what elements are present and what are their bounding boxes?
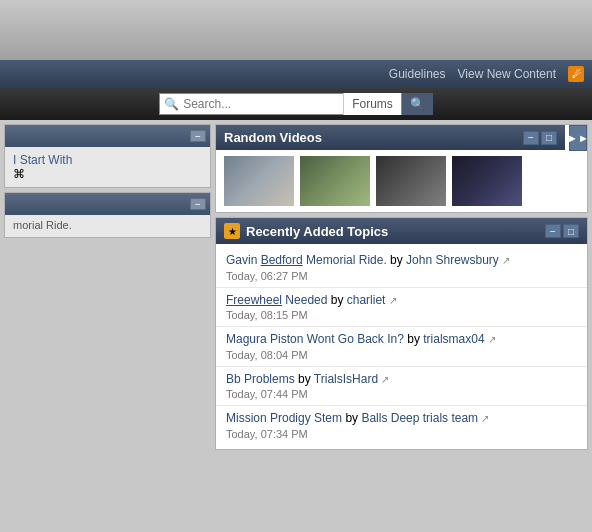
sidebar-block-1-header: − [5, 125, 210, 147]
video-thumb-3[interactable] [376, 156, 446, 206]
recent-topics-controls: − □ [545, 224, 579, 238]
topic-4-external-icon: ↗ [381, 374, 389, 385]
sidebar-content-link-1[interactable]: I Start With [13, 153, 72, 167]
topic-4-by: by [298, 372, 314, 386]
recent-topics-title-wrap: ★ Recently Added Topics [224, 223, 388, 239]
right-content: Random Videos − □ ►► [215, 120, 592, 532]
topics-list: Gavin Bedford Memorial Ride. by John Shr… [216, 244, 587, 449]
topic-5-text: Mission Prodigy Stem [226, 411, 342, 425]
search-bar: 🔍 Forums 🔍 [0, 88, 592, 120]
recent-topics-minimize-btn[interactable]: − [545, 224, 561, 238]
view-new-content-link[interactable]: View New Content [458, 67, 557, 81]
topic-3-meta: Today, 08:04 PM [226, 349, 577, 361]
search-category[interactable]: Forums [344, 93, 401, 115]
videos-next-btn[interactable]: ►► [569, 125, 587, 151]
topic-5-by: by [345, 411, 361, 425]
topic-3-by: by [407, 332, 423, 346]
topic-3-external-icon: ↗ [488, 334, 496, 345]
topic-2-prefix: Freewheel [226, 293, 282, 307]
video-thumb-1[interactable] [224, 156, 294, 206]
random-videos-header: Random Videos − □ [216, 125, 565, 150]
random-videos-controls: − □ [523, 131, 557, 145]
guidelines-link[interactable]: Guidelines [389, 67, 446, 81]
videos-inner [216, 150, 565, 212]
recent-topics-icon: ★ [224, 223, 240, 239]
random-videos-block: Random Videos − □ ►► [215, 124, 588, 213]
recent-topics-collapse-btn[interactable]: □ [563, 224, 579, 238]
sidebar-block-1-content: I Start With ⌘ [5, 147, 210, 187]
sidebar-block-2-header: − [5, 193, 210, 215]
search-wrapper: 🔍 Forums [159, 93, 402, 115]
topic-item-4: Bb Problems by TrialsIsHard ↗ Today, 07:… [216, 367, 587, 407]
topic-item-2: Freewheel Needed by charliet ↗ Today, 08… [216, 288, 587, 328]
topic-1-highlight: Bedford [261, 253, 303, 267]
random-videos-title: Random Videos [224, 130, 322, 145]
main-layout: − I Start With ⌘ − morial Ride. Rando [0, 120, 592, 532]
video-thumb-4[interactable] [452, 156, 522, 206]
topic-2-meta: Today, 08:15 PM [226, 309, 577, 321]
top-bar [0, 0, 592, 60]
topic-link-4[interactable]: Bb Problems [226, 372, 298, 386]
topic-4-author[interactable]: TrialsIsHard [314, 372, 378, 386]
topic-link-3[interactable]: Magura Piston Wont Go Back In? [226, 332, 407, 346]
random-videos-minimize-btn[interactable]: − [523, 131, 539, 145]
nav-bar: Guidelines View New Content ☄ [0, 60, 592, 88]
topic-2-external-icon: ↗ [389, 295, 397, 306]
topic-3-author[interactable]: trialsmax04 [423, 332, 484, 346]
search-button[interactable]: 🔍 [402, 93, 433, 115]
topic-1-suffix: Memorial Ride. [303, 253, 387, 267]
rss-icon[interactable]: ☄ [568, 66, 584, 82]
video-thumb-2[interactable] [300, 156, 370, 206]
topic-5-meta: Today, 07:34 PM [226, 428, 577, 440]
sidebar-block-1: − I Start With ⌘ [4, 124, 211, 188]
topic-1-author[interactable]: John Shrewsbury [406, 253, 499, 267]
topic-item-5: Mission Prodigy Stem by Balls Deep trial… [216, 406, 587, 445]
recent-topics-block: ★ Recently Added Topics − □ Gavin Bedfor… [215, 217, 588, 450]
recent-topics-header: ★ Recently Added Topics − □ [216, 218, 587, 244]
topic-2-author[interactable]: charliet [347, 293, 386, 307]
sidebar-content-sub: ⌘ [13, 167, 25, 181]
topic-item-3: Magura Piston Wont Go Back In? by trials… [216, 327, 587, 367]
random-videos-collapse-btn[interactable]: □ [541, 131, 557, 145]
sidebar-block-2: − morial Ride. [4, 192, 211, 238]
topic-2-suffix: Needed [282, 293, 327, 307]
search-icon: 🔍 [160, 97, 183, 111]
topic-1-by: by [390, 253, 406, 267]
topic-link-2[interactable]: Freewheel Needed [226, 293, 331, 307]
recent-topics-title: Recently Added Topics [246, 224, 388, 239]
sidebar-block-1-minimize[interactable]: − [190, 130, 206, 142]
left-sidebar: − I Start With ⌘ − morial Ride. [0, 120, 215, 532]
topic-item-1: Gavin Bedford Memorial Ride. by John Shr… [216, 248, 587, 288]
topic-5-external-icon: ↗ [481, 413, 489, 424]
topic-3-text: Magura Piston Wont Go Back In? [226, 332, 404, 346]
sidebar-content-link-2[interactable]: morial Ride. [13, 219, 72, 231]
topic-4-text: Bb Problems [226, 372, 295, 386]
topic-1-external-icon: ↗ [502, 255, 510, 266]
topic-link-5[interactable]: Mission Prodigy Stem [226, 411, 345, 425]
sidebar-block-2-minimize[interactable]: − [190, 198, 206, 210]
topic-4-meta: Today, 07:44 PM [226, 388, 577, 400]
topic-1-prefix: Gavin [226, 253, 261, 267]
topic-link-1[interactable]: Gavin Bedford Memorial Ride. [226, 253, 390, 267]
topic-2-by: by [331, 293, 347, 307]
topic-5-author[interactable]: Balls Deep trials team [361, 411, 478, 425]
topic-1-meta: Today, 06:27 PM [226, 270, 577, 282]
search-input[interactable] [183, 94, 343, 114]
sidebar-block-2-content: morial Ride. [5, 215, 210, 237]
